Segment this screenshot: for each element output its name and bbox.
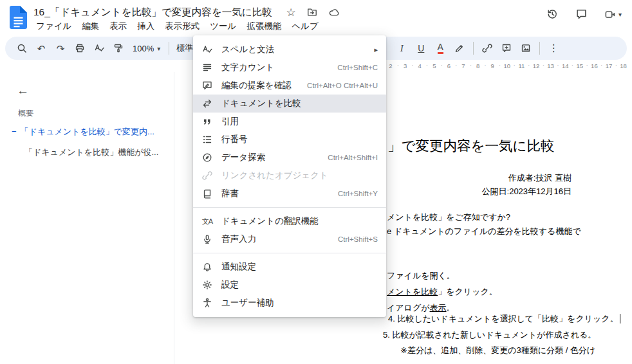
move-folder-icon[interactable] xyxy=(306,7,318,17)
italic-button[interactable]: I xyxy=(393,39,411,57)
accessibility-icon xyxy=(201,298,213,308)
menu-item-spelling-grammar[interactable]: スペルと文法 ▸ xyxy=(193,41,386,59)
bell-icon xyxy=(201,262,213,272)
highlight-color-button[interactable] xyxy=(451,39,469,57)
doc-text-line[interactable]: イアログが表示。 xyxy=(387,302,455,314)
doc-text[interactable]: 。 xyxy=(447,303,455,313)
search-button[interactable] xyxy=(13,39,31,57)
document-title[interactable]: 16_「ドキュメントを比較」で変更内容を一気に比較 xyxy=(33,6,272,19)
menu-item-explore[interactable]: データ探索 Ctrl+Alt+Shift+I xyxy=(193,149,386,167)
ruler-tick: 13 xyxy=(547,62,554,69)
doc-text-line[interactable]: ※差分は、追加、削除、変更の3種類に分類 / 色分け xyxy=(400,345,595,356)
menu-item-label: 設定 xyxy=(221,279,239,291)
meet-call-button[interactable]: ▾ xyxy=(604,9,622,20)
ruler-tick: 15 xyxy=(577,62,584,69)
insert-image-button[interactable] xyxy=(517,39,535,57)
doc-text-line[interactable]: メントを比較」をクリック。 xyxy=(387,286,497,298)
menu-item-label: ユーザー補助 xyxy=(221,297,274,309)
menu-item-linked-objects: リンクされたオブジェクト xyxy=(193,167,386,185)
ruler-tick: 14 xyxy=(562,62,569,69)
doc-text[interactable]: イアログが xyxy=(387,303,430,313)
menu-item-notification-settings[interactable]: 通知設定 xyxy=(193,258,386,276)
menu-item-voice-typing[interactable]: 音声入力 Ctrl+Shift+S xyxy=(193,230,386,248)
outline-heading: 概要 xyxy=(18,108,33,119)
doc-underlined-text[interactable]: メントを比較 xyxy=(387,287,438,296)
menu-item-word-count[interactable]: 文字カウント Ctrl+Shift+C xyxy=(193,59,386,77)
doc-text[interactable]: 」をクリック。 xyxy=(438,287,497,296)
comments-icon[interactable] xyxy=(575,8,588,20)
insert-link-button[interactable] xyxy=(478,39,496,57)
menu-tools[interactable]: ツール xyxy=(205,19,241,33)
redo-button[interactable]: ↷ xyxy=(51,39,70,57)
menu-extensions[interactable]: 拡張機能 xyxy=(241,19,286,33)
docs-logo-icon[interactable] xyxy=(10,6,27,29)
menu-item-line-numbers[interactable]: 行番号 xyxy=(193,131,386,149)
menu-help[interactable]: ヘルプ xyxy=(286,19,323,33)
menu-item-label: リンクされたオブジェクト xyxy=(221,170,328,181)
suggest-edits-icon xyxy=(201,80,213,91)
doc-text[interactable]: 4. 比較したいドキュメントを選択して「比較」をクリック。 xyxy=(388,314,618,323)
doc-date-line[interactable]: 公開日:2023年12月16日 xyxy=(482,186,572,197)
more-options-button[interactable]: ⋮ xyxy=(544,39,562,57)
chevron-down-icon: ▾ xyxy=(618,11,622,18)
doc-text-line[interactable]: 5. 比較が記載された新しいドキュメントが作成される。 xyxy=(383,329,596,341)
zoom-selector[interactable]: 100% ▾ xyxy=(129,44,164,53)
menu-item-label: データ探索 xyxy=(221,152,265,163)
close-outline-button[interactable]: ← xyxy=(17,84,29,98)
paint-format-button[interactable] xyxy=(109,39,127,57)
ruler-tick: 12 xyxy=(533,62,540,69)
zoom-value: 100% xyxy=(133,44,154,53)
menu-item-accessibility[interactable]: ユーザー補助 xyxy=(193,294,386,312)
print-button[interactable] xyxy=(71,39,89,57)
doc-text-line[interactable]: 4. 比較したいドキュメントを選択して「比較」をクリック。 xyxy=(388,313,620,325)
cloud-status-icon[interactable] xyxy=(328,7,340,17)
ruler-dot: · xyxy=(528,62,530,69)
menu-item-label: 行番号 xyxy=(221,134,248,145)
menu-item-label: スペルと文法 xyxy=(221,44,274,55)
submenu-arrow-icon: ▸ xyxy=(374,46,378,54)
menu-file[interactable]: ファイル xyxy=(31,19,77,33)
ruler-dot: · xyxy=(615,62,617,69)
doc-underlined-text[interactable]: 表示 xyxy=(430,303,447,313)
menu-insert[interactable]: 挿入 xyxy=(132,19,160,33)
spellcheck-button[interactable] xyxy=(90,39,108,57)
menu-item-label: 引用 xyxy=(221,116,239,127)
outline-item[interactable]: 「ドキュメントを比較」機能が役... xyxy=(24,147,158,158)
doc-text-line[interactable]: ファイルを開く。 xyxy=(387,270,455,282)
menu-format[interactable]: 表示形式 xyxy=(160,19,205,33)
outline-item[interactable]: −「ドキュメントを比較」で変更内... xyxy=(12,126,154,138)
menu-item-review-suggested-edits[interactable]: 編集の提案を確認 Ctrl+Alt+O Ctrl+Alt+U xyxy=(193,77,386,95)
menu-item-label: 通知設定 xyxy=(221,261,256,273)
tools-dropdown-menu: スペルと文法 ▸ 文字カウント Ctrl+Shift+C 編集の提案を確認 Ct… xyxy=(193,35,386,317)
outline-item-label: 「ドキュメントを比較」で変更内... xyxy=(21,127,154,136)
menu-item-compare-documents[interactable]: ドキュメントを比較 xyxy=(193,95,386,113)
menu-view[interactable]: 表示 xyxy=(104,19,132,33)
translate-icon: 文A xyxy=(201,217,213,226)
underline-button[interactable]: U xyxy=(412,39,430,57)
doc-heading-fragment[interactable]: 」で変更内容を一気に比較 xyxy=(387,136,555,155)
doc-author-line[interactable]: 作成者:技沢 直樹 xyxy=(508,172,572,184)
menu-item-label: ドキュメントの翻訳機能 xyxy=(221,215,319,227)
menu-item-translate-document[interactable]: 文A ドキュメントの翻訳機能 xyxy=(193,212,386,230)
menu-item-preferences[interactable]: 設定 xyxy=(193,276,386,294)
menu-item-citations[interactable]: 引用 xyxy=(193,113,386,131)
ruler-tick: 11 xyxy=(518,62,525,69)
star-icon[interactable]: ☆ xyxy=(286,7,296,18)
toolbar-separator xyxy=(169,42,169,55)
text-color-button[interactable]: A xyxy=(431,39,449,57)
toolbar-separator xyxy=(473,42,474,55)
menu-item-dictionary[interactable]: 辞書 Ctrl+Shift+Y xyxy=(193,185,386,203)
undo-button[interactable]: ↶ xyxy=(32,39,50,57)
google-docs-app: 16_「ドキュメントを比較」で変更内容を一気に比較 ☆ ファイル 編集 表示 挿… xyxy=(0,0,632,364)
version-history-icon[interactable] xyxy=(546,8,559,20)
outline-item-dash: − xyxy=(12,127,17,136)
ruler-tick: 18 xyxy=(620,62,627,69)
menu-item-label: 音声入力 xyxy=(221,233,256,245)
doc-text-line[interactable]: e ドキュメントのファイルの差分を比較する機能で xyxy=(387,226,581,237)
ruler-dot: · xyxy=(411,62,413,69)
doc-text-line[interactable]: メントを比較」をご存知ですか? xyxy=(387,212,510,223)
word-count-icon xyxy=(201,62,213,73)
chevron-down-icon: ▾ xyxy=(157,45,160,52)
add-comment-button[interactable] xyxy=(497,39,516,57)
menu-edit[interactable]: 編集 xyxy=(77,19,104,33)
